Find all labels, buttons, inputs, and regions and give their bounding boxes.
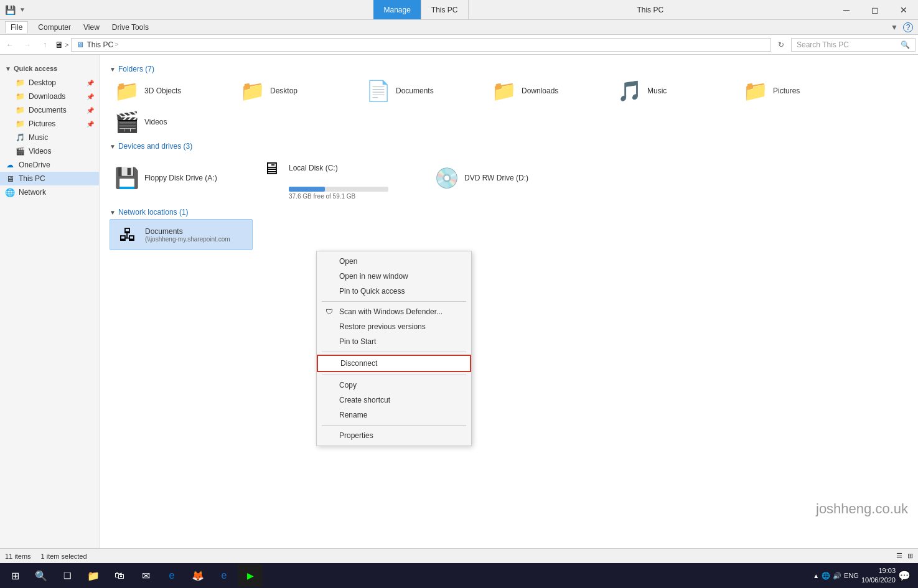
folder-3d-icon: 📁 bbox=[115, 78, 139, 103]
network-tray-icon[interactable]: 🌐 bbox=[822, 572, 830, 580]
notification-button[interactable]: 💬 bbox=[898, 570, 911, 582]
view-grid-icon[interactable]: ⊞ bbox=[907, 552, 913, 560]
folder-item-videos[interactable]: 🎬 Videos bbox=[110, 107, 234, 137]
folders-grid: 📁 3D Objects 📁 Desktop 📄 Documents 📁 bbox=[110, 76, 908, 137]
ribbon-collapse[interactable]: ▼ bbox=[891, 23, 898, 32]
firefox-button[interactable]: 🦊 bbox=[185, 564, 210, 587]
refresh-button[interactable]: ↻ bbox=[774, 37, 789, 52]
file-explorer-button[interactable]: 📁 bbox=[81, 564, 106, 587]
mail-button[interactable]: ✉ bbox=[133, 564, 158, 587]
ctx-disconnect[interactable]: Disconnect bbox=[317, 355, 471, 372]
view-details-icon[interactable]: ☰ bbox=[896, 552, 902, 560]
sidebar-item-network[interactable]: 🌐 Network bbox=[0, 185, 99, 199]
system-tray-chevron[interactable]: ▲ bbox=[813, 572, 819, 579]
network-grid: 🖧 Documents (\\joshheng-my.sharepoint.co… bbox=[110, 219, 908, 250]
folder-videos-name: Videos bbox=[144, 118, 167, 126]
ctx-pin-start[interactable]: Pin to Start bbox=[317, 334, 471, 349]
devices-section-header: ▼ Devices and drives (3) bbox=[110, 142, 908, 151]
videos-icon: 🎬 bbox=[15, 146, 25, 156]
ribbon-tab-computer[interactable]: Computer bbox=[35, 23, 73, 32]
search-box[interactable]: Search This PC 🔍 bbox=[791, 38, 916, 52]
folder-item-downloads[interactable]: 📁 Downloads bbox=[487, 76, 611, 106]
chevron-icon: ▼ bbox=[110, 209, 116, 216]
tab-manage[interactable]: Manage bbox=[373, 0, 421, 19]
ribbon-tab-file[interactable]: File bbox=[5, 21, 28, 33]
forward-button[interactable]: → bbox=[20, 37, 35, 52]
ctx-open-new-window[interactable]: Open in new window bbox=[317, 269, 471, 284]
ribbon-tab-view[interactable]: View bbox=[81, 23, 102, 32]
ctx-restore-versions[interactable]: Restore previous versions bbox=[317, 319, 471, 334]
ribbon-right: ▼ ? bbox=[891, 22, 913, 32]
ribbon-tab-drive-tools[interactable]: Drive Tools bbox=[110, 23, 151, 32]
sidebar: ▼ Quick access 📁 Desktop 📌 📁 Downloads 📌… bbox=[0, 55, 100, 548]
ctx-pin-quick-access[interactable]: Pin to Quick access bbox=[317, 284, 471, 299]
sidebar-item-onedrive[interactable]: ☁ OneDrive bbox=[0, 158, 99, 172]
devices-grid: 💾 Floppy Disk Drive (A:) 🖥 Local Disk (C… bbox=[110, 153, 908, 203]
task-view-button[interactable]: ❑ bbox=[55, 564, 80, 587]
ctx-properties[interactable]: Properties bbox=[317, 428, 471, 443]
drive-item-floppy[interactable]: 💾 Floppy Disk Drive (A:) bbox=[110, 153, 253, 203]
edge-button[interactable]: e bbox=[159, 564, 184, 587]
store-button[interactable]: 🛍 bbox=[107, 564, 132, 587]
cmd-button[interactable]: ▶ bbox=[238, 564, 263, 587]
start-button[interactable]: ⊞ bbox=[2, 564, 27, 587]
folder-item-3dobjects[interactable]: 📁 3D Objects bbox=[110, 76, 234, 106]
taskbar-clock[interactable]: 19:03 10/06/2020 bbox=[861, 566, 896, 586]
ribbon-help[interactable]: ? bbox=[903, 22, 913, 32]
folder-music-name: Music bbox=[647, 86, 667, 95]
sidebar-item-videos[interactable]: 🎬 Videos bbox=[0, 144, 99, 158]
ctx-scan-defender[interactable]: 🛡 Scan with Windows Defender... bbox=[317, 304, 471, 319]
tab-this-pc-title: This PC bbox=[421, 0, 469, 19]
ie-button[interactable]: e bbox=[212, 564, 237, 587]
disconnect-icon bbox=[326, 358, 335, 368]
pin-icon: 📌 bbox=[87, 93, 94, 100]
search-taskbar-button[interactable]: 🔍 bbox=[29, 564, 54, 587]
folder-item-desktop[interactable]: 📁 Desktop bbox=[235, 76, 360, 106]
ctx-create-shortcut[interactable]: Create shortcut bbox=[317, 393, 471, 408]
drive-item-dvd[interactable]: 💿 DVD RW Drive (D:) bbox=[429, 153, 573, 203]
folder-downloads-name: Downloads bbox=[522, 86, 558, 95]
chevron-icon: ▼ bbox=[110, 143, 116, 150]
pc-icon: 🖥 bbox=[5, 174, 15, 184]
close-button[interactable]: ✕ bbox=[889, 0, 918, 19]
minimize-button[interactable]: ─ bbox=[832, 0, 861, 19]
items-count: 11 items bbox=[5, 553, 31, 560]
sidebar-item-pictures[interactable]: 📁 Pictures 📌 bbox=[0, 117, 99, 131]
sidebar-item-documents[interactable]: 📁 Documents 📌 bbox=[0, 103, 99, 117]
volume-tray-icon[interactable]: 🔊 bbox=[833, 572, 841, 580]
maximize-button[interactable]: ◻ bbox=[861, 0, 889, 19]
folder-item-documents[interactable]: 📄 Documents bbox=[361, 76, 485, 106]
dvd-name: DVD RW Drive (D:) bbox=[464, 174, 528, 182]
status-bar-right: ☰ ⊞ bbox=[896, 552, 913, 560]
language-indicator: ENG bbox=[844, 572, 859, 579]
ctx-copy[interactable]: Copy bbox=[317, 378, 471, 393]
onedrive-icon: ☁ bbox=[5, 160, 15, 170]
folder-icon: 📁 bbox=[15, 78, 25, 88]
drive-c-space: 37.6 GB free of 59.1 GB bbox=[289, 193, 355, 200]
qat-dropdown[interactable]: ▼ bbox=[19, 6, 26, 13]
folder-item-music[interactable]: 🎵 Music bbox=[612, 76, 737, 106]
quick-access-label: Quick access bbox=[14, 65, 57, 72]
chevron-icon: ▼ bbox=[110, 66, 116, 73]
qat-icon-save[interactable]: 💾 bbox=[5, 5, 16, 15]
ctx-rename[interactable]: Rename bbox=[317, 408, 471, 422]
floppy-name: Floppy Disk Drive (A:) bbox=[144, 174, 217, 182]
sidebar-item-desktop[interactable]: 📁 Desktop 📌 bbox=[0, 76, 99, 90]
drive-item-c[interactable]: 🖥 Local Disk (C:) 37.6 GB free of 59.1 G… bbox=[254, 153, 428, 203]
restore-icon bbox=[324, 322, 334, 332]
back-button[interactable]: ← bbox=[2, 37, 17, 52]
address-path[interactable]: 🖥 This PC > bbox=[71, 38, 771, 52]
ribbon-tabs: Manage This PC bbox=[373, 0, 468, 19]
folder-item-pictures[interactable]: 📁 Pictures bbox=[738, 76, 863, 106]
ctx-sep-2 bbox=[322, 352, 466, 352]
ctx-open[interactable]: Open bbox=[317, 254, 471, 269]
sidebar-item-this-pc[interactable]: 🖥 This PC bbox=[0, 172, 99, 185]
sidebar-item-music[interactable]: 🎵 Music bbox=[0, 131, 99, 144]
network-doc-name: Documents bbox=[145, 227, 230, 236]
sidebar-item-downloads[interactable]: 📁 Downloads 📌 bbox=[0, 90, 99, 103]
new-window-icon bbox=[324, 271, 334, 281]
ribbon: File Computer View Drive Tools ▼ ? bbox=[0, 20, 918, 35]
pin-icon: 📌 bbox=[87, 107, 94, 114]
network-item-documents[interactable]: 🖧 Documents (\\joshheng-my.sharepoint.co… bbox=[110, 219, 253, 250]
up-button[interactable]: ↑ bbox=[37, 37, 52, 52]
